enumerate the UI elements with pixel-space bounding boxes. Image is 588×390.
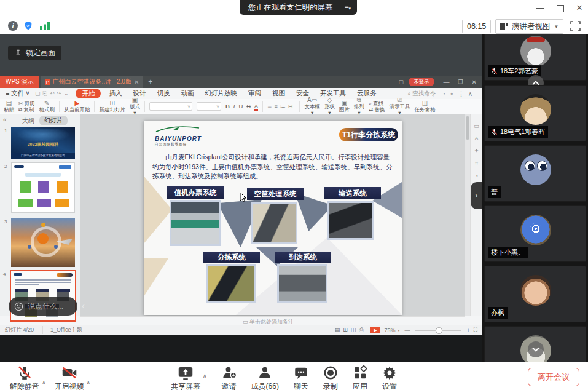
zoom-in-button[interactable]: + bbox=[466, 327, 469, 333]
wps-app-menu[interactable]: WPS 演示 bbox=[0, 76, 39, 88]
zoom-out-button[interactable]: — bbox=[404, 327, 410, 333]
play-slideshow-button[interactable]: ▶ bbox=[370, 327, 380, 333]
picture-button[interactable]: ▣图片 bbox=[339, 100, 350, 113]
menu-tab-insert[interactable]: 插入 bbox=[103, 89, 127, 98]
wps-document-tab[interactable]: P 广州白云空港设备..讲 - 2.0版 ✕ bbox=[41, 76, 144, 88]
lock-screen-button[interactable]: 锁定画面 bbox=[8, 46, 61, 60]
bold-button[interactable]: B bbox=[225, 103, 230, 111]
tab-close-icon[interactable]: ✕ bbox=[134, 79, 139, 86]
participant-tile[interactable]: 亦枫 bbox=[484, 266, 586, 322]
file-menu[interactable]: ≡ 文件 ˅ bbox=[0, 89, 35, 98]
mic-options-chevron[interactable]: ∧ bbox=[42, 380, 46, 386]
wps-restore-icon[interactable]: ❐ bbox=[458, 79, 463, 85]
share-screen-button[interactable]: 共享屏幕 bbox=[171, 365, 200, 390]
slide-thumbnail-1[interactable]: 2022届校园招聘 广州白云空港设备技术发展有限公司 bbox=[11, 127, 75, 159]
font-size-select[interactable]: ˅ bbox=[197, 102, 221, 111]
object-properties-icon[interactable]: ▭ bbox=[474, 123, 479, 129]
danmaku-input[interactable]: 说点什么... bbox=[9, 297, 77, 316]
menu-tab-home[interactable]: 开始 bbox=[76, 89, 101, 98]
unmute-button[interactable]: 解除静音 bbox=[10, 365, 39, 390]
outline-tab[interactable]: 大纲 bbox=[22, 117, 34, 125]
grid-icon[interactable]: ⌗ bbox=[475, 160, 478, 167]
arrange-button[interactable]: ⧉排列 ▾ bbox=[354, 97, 364, 116]
share-options-chevron[interactable]: ∧ bbox=[203, 373, 207, 379]
wps-minimize-icon[interactable]: — bbox=[444, 79, 450, 86]
history-icon[interactable]: ◔ bbox=[475, 173, 478, 179]
layout-button[interactable]: ▣版式 ▾ bbox=[130, 97, 140, 116]
slide-thumbnail-3[interactable] bbox=[11, 218, 75, 267]
fit-slide-icon[interactable]: ⛶ bbox=[474, 327, 477, 333]
zoom-caret-icon[interactable]: ▾ bbox=[398, 328, 399, 332]
collapse-panel-icon[interactable]: « bbox=[3, 116, 7, 123]
new-slide-button[interactable]: ⊞新建幻灯片 bbox=[99, 100, 125, 113]
security-shield-icon[interactable] bbox=[23, 21, 33, 31]
zoom-percent[interactable]: 75% bbox=[384, 327, 395, 333]
menu-tab-review[interactable]: 审阅 bbox=[243, 89, 267, 98]
participant-tile[interactable]: 普 bbox=[484, 145, 586, 202]
paragraph-align-icons[interactable]: ≣≡≔⊟ bbox=[267, 103, 295, 109]
participant-tile[interactable] bbox=[484, 326, 586, 362]
participant-tile[interactable]: 18电气1邓春晖 bbox=[484, 85, 586, 141]
font-color-button[interactable]: A bbox=[254, 103, 258, 111]
members-button[interactable]: 成员(66) bbox=[251, 365, 279, 390]
find-button[interactable]: ⌕ 查找 bbox=[369, 100, 383, 106]
present-tools-button[interactable]: ⎚演示工具 ▾ bbox=[389, 97, 410, 116]
minimize-button[interactable]: — bbox=[532, 0, 548, 16]
fullscreen-icon[interactable] bbox=[570, 21, 581, 31]
task-pane-button[interactable]: ◫任务窗格 bbox=[414, 100, 435, 113]
cut-button[interactable]: ✂ 剪切 bbox=[18, 100, 34, 106]
replace-button[interactable]: ⇄ 替换 bbox=[369, 106, 385, 113]
menu-tab-slideshow[interactable]: 幻灯片放映 bbox=[199, 89, 243, 98]
slides-tab[interactable]: 幻灯片 bbox=[39, 116, 68, 125]
wps-close-icon[interactable]: ✕ bbox=[472, 79, 477, 86]
slide-thumbnail-2[interactable] bbox=[11, 162, 75, 213]
view-switch-icons[interactable]: ▤⊞◫⎙ bbox=[335, 327, 367, 333]
leave-meeting-button[interactable]: 离开会议 bbox=[528, 368, 579, 386]
meeting-info-icon[interactable]: i bbox=[8, 21, 18, 31]
current-slide-canvas[interactable]: BAIYUNPORT 白云国际机场股份 T1行李分拣系统 由丹麦FKI Cris… bbox=[144, 121, 402, 315]
banner-menu-icon[interactable]: ≡▾ bbox=[345, 3, 358, 12]
wps-doc-switch-icon[interactable]: ▢ bbox=[399, 79, 404, 85]
command-search[interactable]: ⌕ 查找命令 bbox=[407, 90, 436, 98]
quick-access-icons[interactable]: ▢⎘↶↷⌄ bbox=[35, 90, 71, 97]
view-mode-button[interactable]: 演讲者视图 ▼ bbox=[495, 19, 563, 34]
menu-tab-view[interactable]: 视图 bbox=[267, 89, 291, 98]
editor-scrollbar[interactable] bbox=[465, 114, 470, 316]
chat-button[interactable]: 聊天 bbox=[294, 365, 308, 390]
notes-bar[interactable]: ▭ 单击此处添加备注 bbox=[80, 316, 465, 325]
font-name-select[interactable]: ˅ bbox=[149, 102, 192, 111]
video-options-chevron[interactable]: ∧ bbox=[87, 380, 91, 386]
menu-tab-devtools[interactable]: 开发工具 bbox=[315, 89, 351, 98]
strike-button[interactable]: S bbox=[246, 103, 250, 111]
menu-tab-design[interactable]: 设计 bbox=[127, 89, 151, 98]
menu-tab-animation[interactable]: 动画 bbox=[175, 89, 199, 98]
copy-button[interactable]: ⧉ 复制 bbox=[18, 106, 34, 113]
italic-button[interactable]: I bbox=[233, 103, 235, 111]
effects-icon[interactable]: ✦ bbox=[474, 148, 479, 154]
textbox-button[interactable]: A▭文本框 ▾ bbox=[304, 97, 320, 116]
start-video-button[interactable]: 开启视频 bbox=[55, 365, 84, 390]
invite-button[interactable]: 邀请 bbox=[222, 365, 237, 390]
new-tab-button[interactable]: + bbox=[148, 78, 152, 86]
menu-tab-transition[interactable]: 切换 bbox=[151, 89, 175, 98]
network-signal-icon[interactable] bbox=[39, 21, 50, 31]
danmaku-collapse-icon[interactable]: ‹ bbox=[82, 300, 85, 311]
underline-button[interactable]: U bbox=[239, 103, 243, 111]
close-button[interactable]: ✕ bbox=[571, 0, 587, 16]
settings-button[interactable]: 设置 bbox=[382, 365, 397, 390]
menu-tab-cloud[interactable]: 云服务 bbox=[351, 89, 382, 98]
maximize-button[interactable] bbox=[557, 5, 564, 12]
paste-button[interactable]: ▤粘贴 bbox=[4, 100, 14, 113]
format-painter-button[interactable]: ✎格式刷 bbox=[39, 100, 55, 113]
participant-tile[interactable]: 楼下小黑。 bbox=[484, 205, 586, 262]
scroll-down-button[interactable] bbox=[528, 341, 544, 357]
menu-right-icons[interactable]: ◔⚬⋮∧ bbox=[442, 90, 476, 97]
participant-tile[interactable]: 18车2郭艺豪 bbox=[484, 34, 586, 81]
zoom-slider[interactable] bbox=[415, 330, 461, 331]
record-button[interactable]: 录制 bbox=[323, 365, 338, 390]
wps-login-badge[interactable]: 未登录 bbox=[409, 78, 434, 86]
play-from-current-button[interactable]: ▶从当前开始 bbox=[64, 100, 90, 113]
sidebar-collapse-handle[interactable]: › bbox=[471, 182, 482, 209]
shapes-button[interactable]: ◇形状 ▾ bbox=[324, 97, 335, 116]
theme-name[interactable]: 1_Office主题 bbox=[42, 326, 82, 334]
